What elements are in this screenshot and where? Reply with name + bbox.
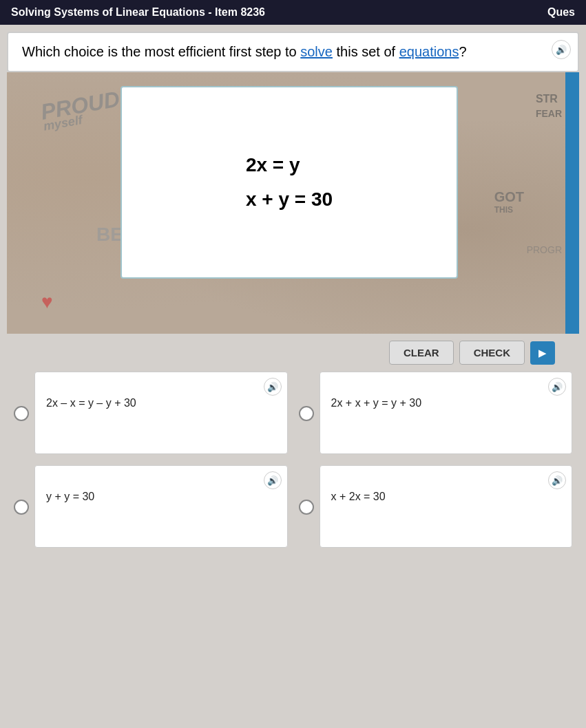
question-sound-button[interactable]	[552, 40, 571, 59]
solve-link[interactable]: solve	[300, 44, 333, 59]
choice-radio-a[interactable]	[14, 406, 29, 421]
choice-item-d: x + 2x = 30	[299, 465, 573, 548]
deco-area: PROUD myself BE ♥ 2x = y x + y = 30 STR …	[7, 72, 579, 334]
question-text: Which choice is the most efficient first…	[22, 44, 564, 60]
question-text-after: ?	[459, 44, 466, 59]
header-right: Ques	[547, 6, 575, 19]
this-text: THIS	[494, 205, 524, 215]
equation-line1: 2x = y	[246, 148, 333, 182]
choice-d-sound-button[interactable]	[548, 471, 566, 489]
progr-text: PROGR	[527, 244, 562, 255]
choice-radio-c[interactable]	[14, 500, 29, 515]
choice-card-d[interactable]: x + 2x = 30	[320, 465, 573, 548]
right-accent-bar	[565, 72, 579, 334]
choice-b-text: 2x + x + y = y + 30	[331, 397, 561, 409]
choice-item-a: 2x – x = y – y + 30	[14, 372, 288, 454]
choice-radio-b[interactable]	[299, 406, 314, 421]
choice-item-b: 2x + x + y = y + 30	[299, 372, 573, 454]
main-content: Which choice is the most efficient first…	[0, 25, 586, 568]
header-title: Solving Systems of Linear Equations - It…	[11, 6, 265, 19]
action-row: CLEAR CHECK ▶	[7, 334, 579, 372]
choice-card-c[interactable]: y + y = 30	[34, 465, 288, 548]
choice-b-sound-icon	[552, 382, 563, 392]
sound-icon	[556, 44, 567, 55]
choice-item-c: y + y = 30	[14, 465, 288, 548]
str-label: STR FEAR	[536, 93, 562, 119]
choice-card-b[interactable]: 2x + x + y = y + 30	[320, 372, 573, 454]
fear-text: FEAR	[536, 108, 562, 119]
choices-grid: 2x – x = y – y + 30 2x + x + y = y + 30 …	[7, 372, 579, 561]
equation-line2: x + y = 30	[246, 182, 333, 217]
choice-c-sound-icon	[267, 475, 278, 486]
got-label: GOT THIS	[494, 189, 524, 215]
equations-link[interactable]: equations	[399, 44, 459, 59]
question-box: Which choice is the most efficient first…	[7, 32, 579, 72]
equation-content: 2x = y x + y = 30	[246, 148, 333, 217]
choice-a-sound-icon	[267, 382, 278, 392]
choice-c-text: y + y = 30	[46, 491, 276, 503]
got-text: GOT	[494, 189, 524, 205]
choice-d-text: x + 2x = 30	[331, 491, 561, 503]
choice-d-sound-icon	[552, 475, 563, 486]
next-button[interactable]: ▶	[530, 341, 555, 365]
choice-b-sound-button[interactable]	[548, 378, 566, 396]
progr-label: PROGR	[527, 244, 562, 255]
be-sticker: BE	[96, 224, 123, 246]
choice-card-a[interactable]: 2x – x = y – y + 30	[34, 372, 288, 454]
clear-button[interactable]: CLEAR	[389, 341, 454, 365]
str-text: STR	[536, 93, 562, 105]
choice-a-sound-button[interactable]	[264, 378, 282, 396]
question-text-middle: this set of	[333, 44, 399, 59]
equation-box: 2x = y x + y = 30	[121, 86, 458, 279]
check-button[interactable]: CHECK	[459, 341, 525, 365]
heart-deco: ♥	[41, 291, 53, 313]
choice-a-text: 2x – x = y – y + 30	[46, 397, 276, 409]
be-text: BE	[96, 224, 123, 245]
question-text-before: Which choice is the most efficient first…	[22, 44, 300, 59]
choice-c-sound-button[interactable]	[264, 471, 282, 489]
app-header: Solving Systems of Linear Equations - It…	[0, 0, 586, 25]
choice-radio-d[interactable]	[299, 500, 314, 515]
